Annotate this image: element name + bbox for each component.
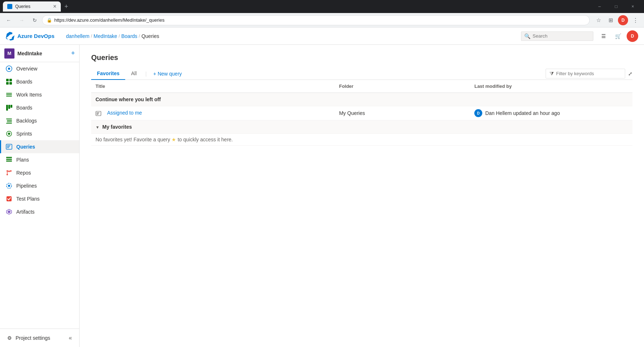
logo-text: Azure DevOps [17, 33, 55, 39]
svg-rect-10 [8, 105, 10, 109]
sidebar-item-work-items[interactable]: Work Items [0, 88, 79, 101]
svg-rect-7 [6, 94, 12, 95]
pipelines-icon [5, 182, 13, 189]
table-header: Title Folder Last modified by [91, 80, 632, 93]
tab-close-icon[interactable]: × [53, 3, 56, 10]
url-text: https://dev.azure.com/danhellem/MedIntak… [54, 17, 165, 23]
breadcrumb-danhellem[interactable]: danhellem [66, 33, 90, 39]
svg-marker-34 [8, 210, 10, 213]
sidebar-item-label-repos: Repos [16, 170, 31, 176]
sidebar-item-overview[interactable]: Overview [0, 62, 79, 75]
tab-title: Queries [15, 4, 30, 9]
collapse-sidebar-button[interactable]: « [69, 335, 72, 341]
svg-rect-19 [7, 146, 10, 147]
browser-tab-active[interactable]: Queries × [3, 1, 61, 12]
minimize-button[interactable]: – [591, 0, 608, 13]
sidebar-item-queries[interactable]: Queries [0, 140, 79, 153]
sidebar-item-artifacts[interactable]: Artifacts [0, 205, 79, 218]
repos-icon [5, 169, 13, 176]
boards-top-icon [5, 78, 13, 85]
header-search[interactable]: 🔍 [521, 31, 593, 41]
settings-icon: ⚙ [7, 335, 12, 341]
filter-icon: ⧩ [550, 70, 554, 77]
svg-rect-5 [9, 82, 12, 85]
updated-by: D Dan Hellem updated an hour ago [474, 109, 628, 117]
tab-all[interactable]: All [125, 68, 143, 80]
breadcrumb-boards[interactable]: Boards [121, 33, 137, 39]
azure-devops-logo[interactable]: Azure DevOps [6, 32, 55, 40]
tab-favorites[interactable]: Favorites [91, 68, 125, 80]
sidebar-item-label-work-items: Work Items [16, 92, 42, 98]
sidebar-item-label-backlogs: Backlogs [16, 118, 37, 124]
svg-rect-2 [6, 79, 9, 81]
close-button[interactable]: × [624, 0, 641, 13]
filter-input[interactable] [556, 71, 621, 76]
add-project-icon[interactable]: + [71, 50, 75, 57]
address-bar[interactable]: 🔒 https://dev.azure.com/danhellem/MedInt… [42, 15, 590, 25]
svg-rect-22 [6, 159, 12, 160]
sidebar-item-label-queries: Queries [16, 144, 35, 150]
profile-avatar[interactable]: D [617, 14, 629, 26]
svg-rect-12 [6, 119, 12, 119]
svg-rect-36 [97, 112, 99, 113]
sidebar-item-pipelines[interactable]: Pipelines [0, 179, 79, 192]
breadcrumb-medintake[interactable]: MedIntake [94, 33, 117, 39]
svg-rect-11 [10, 105, 12, 108]
plans-icon [5, 156, 13, 163]
maximize-button[interactable]: □ [608, 0, 624, 13]
browser-chrome: Queries × + – □ × [0, 0, 644, 13]
svg-rect-20 [7, 147, 9, 148]
tabs-row: Favorites All | + New query ⧩ ⤢ [91, 68, 632, 80]
extensions-icon[interactable]: ⊞ [605, 14, 617, 26]
tab-favicon [7, 4, 12, 9]
svg-point-1 [8, 68, 10, 70]
svg-rect-9 [6, 105, 8, 111]
test-plans-icon [5, 195, 13, 202]
header-right: 🔍 ☰ 🛒 D [521, 30, 638, 42]
col-last-modified: Last modified by [470, 80, 632, 93]
sidebar-item-test-plans[interactable]: Test Plans [0, 192, 79, 205]
basket-icon[interactable]: 🛒 [612, 30, 624, 42]
refresh-button[interactable]: ↻ [29, 14, 41, 26]
sidebar-item-repos[interactable]: Repos [0, 166, 79, 179]
svg-rect-14 [7, 121, 12, 122]
svg-rect-4 [6, 82, 9, 85]
project-header: M MedIntake + [0, 45, 79, 62]
svg-rect-13 [7, 120, 12, 121]
sidebar-item-plans[interactable]: Plans [0, 153, 79, 166]
sidebar-item-sprints[interactable]: Sprints [0, 127, 79, 140]
window-controls: – □ × [591, 0, 641, 13]
search-input[interactable] [533, 33, 590, 39]
section-continue-title: Continue where you left off [91, 93, 632, 106]
list-view-icon[interactable]: ☰ [598, 30, 609, 42]
filter-bar: ⧩ ⤢ [546, 69, 632, 78]
new-query-button[interactable]: + New query [149, 69, 185, 79]
svg-rect-38 [97, 114, 98, 115]
new-tab-button[interactable]: + [63, 1, 70, 12]
back-button[interactable]: ← [3, 14, 14, 26]
page-title: Queries [91, 53, 632, 62]
profile-icon: D [618, 15, 628, 25]
tab-divider: | [145, 71, 147, 77]
azure-logo-icon [6, 32, 14, 40]
address-bar-actions: ☆ ⊞ D ⋮ [593, 14, 641, 26]
queries-icon [5, 143, 13, 150]
user-avatar[interactable]: D [627, 30, 638, 42]
expand-button[interactable]: ⤢ [628, 71, 632, 77]
sidebar-item-backlogs[interactable]: Backlogs [0, 114, 79, 127]
forward-button[interactable]: → [16, 14, 27, 26]
filter-input-container[interactable]: ⧩ [546, 69, 625, 78]
boards-icon [5, 104, 13, 111]
project-settings-item[interactable]: ⚙ Project settings « [3, 332, 76, 344]
backlogs-icon [5, 117, 13, 124]
sidebar-item-boards[interactable]: Boards [0, 101, 79, 114]
search-icon: 🔍 [524, 33, 530, 39]
bookmark-icon[interactable]: ☆ [593, 14, 604, 26]
main-body: M MedIntake + Overview Boards [0, 45, 644, 347]
sidebar-item-label-overview: Overview [16, 66, 37, 72]
sidebar-item-label-artifacts: Artifacts [16, 209, 35, 215]
query-link-assigned-to-me[interactable]: Assigned to me [107, 110, 142, 116]
menu-icon[interactable]: ⋮ [630, 14, 641, 26]
sidebar-item-boards-top[interactable]: Boards [0, 75, 79, 88]
query-folder-cell: My Queries [335, 106, 470, 120]
